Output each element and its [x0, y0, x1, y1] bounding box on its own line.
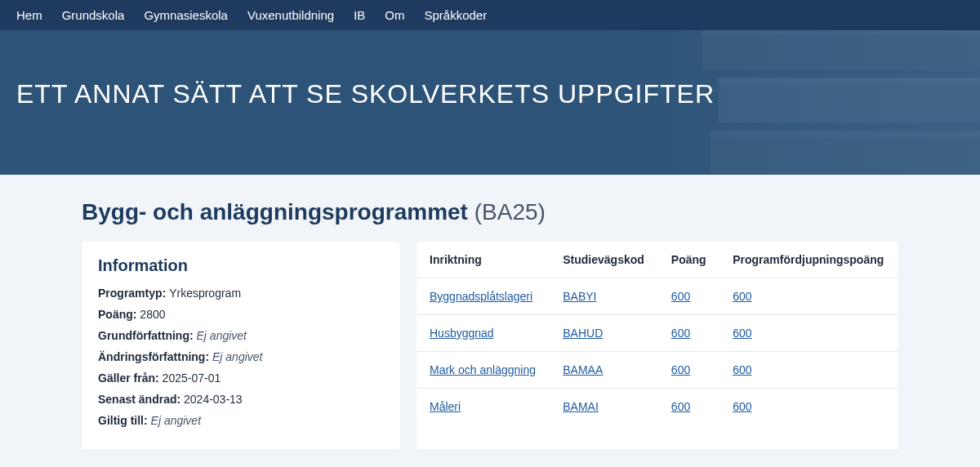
- poang-link[interactable]: 600: [671, 327, 690, 340]
- info-row: Grundförfattning: Ej angivet: [98, 329, 384, 342]
- inriktning-link[interactable]: Mark och anläggning: [430, 363, 536, 376]
- info-value: 2800: [140, 308, 165, 321]
- poang-link[interactable]: 600: [671, 363, 690, 376]
- svg-rect-1: [702, 30, 980, 36]
- program-name: Bygg- och anläggningsprogrammet: [82, 199, 468, 225]
- svg-rect-4: [710, 131, 980, 176]
- info-label: Ändringsförfattning:: [98, 350, 212, 363]
- table-row: MåleriBAMAI600600: [416, 389, 898, 425]
- inriktning-link[interactable]: Husbyggnad: [430, 327, 494, 340]
- info-value: Yrkesprogram: [169, 287, 241, 300]
- nav-ib[interactable]: IB: [354, 8, 365, 22]
- nav-grundskola[interactable]: Grundskola: [62, 8, 125, 22]
- col-inriktning: Inriktning: [416, 242, 550, 278]
- nav-gymnasieskola[interactable]: Gymnasieskola: [144, 8, 228, 22]
- nav-vuxenutbildning[interactable]: Vuxenutbildning: [247, 8, 334, 22]
- programfordjupning-link[interactable]: 600: [733, 327, 751, 340]
- poang-link[interactable]: 600: [671, 290, 690, 303]
- nav-hem[interactable]: Hem: [16, 8, 42, 22]
- nav-sprakkoder[interactable]: Språkkoder: [425, 8, 488, 22]
- info-value: Ej angivet: [151, 414, 201, 427]
- info-value: Ej angivet: [212, 350, 262, 363]
- info-label: Grundförfattning:: [98, 329, 197, 342]
- studievagskod-link[interactable]: BABYI: [563, 290, 596, 303]
- svg-rect-0: [702, 30, 980, 70]
- info-label: Gäller från:: [98, 371, 163, 385]
- page-title: Bygg- och anläggningsprogrammet (BA25): [82, 199, 898, 225]
- table-row: Mark och anläggningBAMAA600600: [416, 352, 898, 389]
- programfordjupning-link[interactable]: 600: [733, 400, 751, 413]
- info-row: Giltig till: Ej angivet: [98, 414, 384, 427]
- nav-om[interactable]: Om: [385, 8, 404, 22]
- info-value: 2024-03-13: [184, 393, 243, 406]
- col-studievagskod: Studievägskod: [550, 242, 658, 278]
- studievagskod-link[interactable]: BAMAA: [563, 363, 603, 376]
- info-label: Giltig till:: [98, 414, 151, 427]
- info-label: Poäng:: [98, 308, 140, 321]
- info-label: Programtyp:: [98, 287, 169, 300]
- main-content: Bygg- och anläggningsprogrammet (BA25) I…: [0, 175, 980, 466]
- poang-link[interactable]: 600: [671, 400, 690, 413]
- col-poang: Poäng: [658, 242, 719, 278]
- info-row: Senast ändrad: 2024-03-13: [98, 393, 384, 406]
- main-nav: Hem Grundskola Gymnasieskola Vuxenutbild…: [0, 0, 980, 30]
- info-value: 2025-07-01: [163, 371, 221, 385]
- svg-rect-5: [710, 131, 980, 138]
- information-heading: Information: [98, 256, 384, 275]
- info-row: Ändringsförfattning: Ej angivet: [98, 350, 384, 363]
- hero-banner: ETT ANNAT SÄTT ATT SE SKOLVERKETS UPPGIF…: [0, 30, 980, 175]
- info-row: Programtyp: Yrkesprogram: [98, 287, 384, 300]
- orientations-table-card: Inriktning Studievägskod Poäng Programfö…: [416, 242, 898, 450]
- information-card: Information Programtyp: YrkesprogramPoän…: [82, 242, 400, 450]
- programfordjupning-link[interactable]: 600: [733, 290, 751, 303]
- hero-title: ETT ANNAT SÄTT ATT SE SKOLVERKETS UPPGIF…: [16, 79, 964, 109]
- studievagskod-link[interactable]: BAHUD: [563, 327, 603, 340]
- orientations-table: Inriktning Studievägskod Poäng Programfö…: [416, 242, 898, 425]
- table-row: ByggnadsplåtslageriBABYI600600: [416, 278, 898, 315]
- inriktning-link[interactable]: Byggnadsplåtslageri: [430, 290, 532, 303]
- program-code: (BA25): [474, 199, 546, 225]
- table-row: HusbyggnadBAHUD600600: [416, 315, 898, 352]
- info-label: Senast ändrad:: [98, 393, 184, 406]
- info-row: Poäng: 2800: [98, 308, 384, 321]
- programfordjupning-link[interactable]: 600: [733, 363, 751, 376]
- inriktning-link[interactable]: Måleri: [430, 400, 461, 413]
- info-value: Ej angivet: [197, 329, 247, 342]
- studievagskod-link[interactable]: BAMAI: [563, 400, 599, 413]
- info-row: Gäller från: 2025-07-01: [98, 371, 384, 385]
- col-programfordjupning: Programfördjupningspoäng: [719, 242, 898, 278]
